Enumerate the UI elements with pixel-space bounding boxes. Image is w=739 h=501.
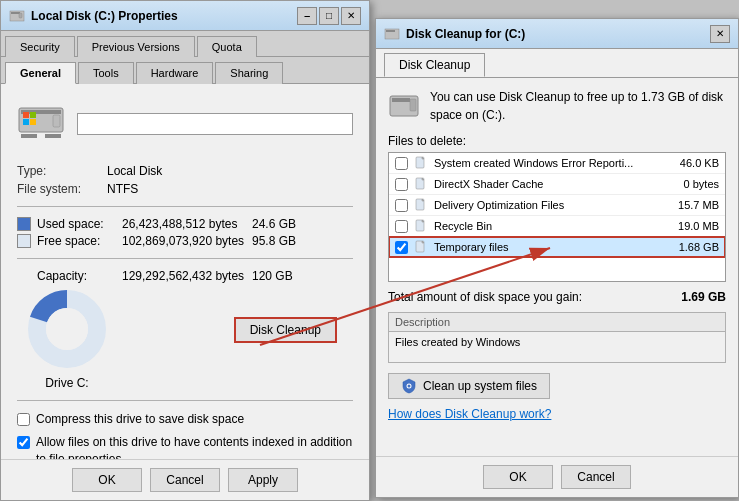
svg-rect-1 — [11, 12, 20, 14]
description-label: Description — [389, 313, 725, 332]
file-size: 1.68 GB — [669, 241, 719, 253]
file-size: 15.7 MB — [669, 199, 719, 211]
file-item[interactable]: System created Windows Error Reporti...4… — [389, 153, 725, 174]
cleanup-footer: OK Cancel — [376, 456, 738, 497]
index-checkbox[interactable] — [17, 436, 30, 449]
capacity-placeholder — [17, 269, 31, 283]
svg-rect-7 — [45, 134, 61, 138]
cleanup-title-left: Disk Cleanup for (C:) — [384, 26, 525, 42]
free-bytes: 102,869,073,920 bytes — [122, 234, 252, 248]
cancel-button[interactable]: Cancel — [150, 468, 220, 492]
cleanup-tab-bar: Disk Cleanup — [376, 49, 738, 78]
file-size: 19.0 MB — [669, 220, 719, 232]
used-gb: 24.6 GB — [252, 217, 296, 231]
divider-2 — [17, 258, 353, 259]
cleanup-header-text: You can use Disk Cleanup to free up to 1… — [430, 88, 726, 124]
files-list: System created Windows Error Reporti...4… — [388, 152, 726, 282]
file-name: DirectX Shader Cache — [434, 178, 663, 190]
free-label: Free space: — [37, 234, 122, 248]
file-checkbox[interactable] — [395, 199, 408, 212]
cleanup-cancel-button[interactable]: Cancel — [561, 465, 631, 489]
maximize-button[interactable]: □ — [319, 7, 339, 25]
file-item[interactable]: Recycle Bin19.0 MB — [389, 216, 725, 237]
cleanup-title-icon — [384, 26, 400, 42]
ok-button[interactable]: OK — [72, 468, 142, 492]
file-icon — [414, 240, 428, 254]
cleanup-header-icon — [388, 90, 420, 122]
used-color-box — [17, 217, 31, 231]
file-item[interactable]: DirectX Shader Cache0 bytes — [389, 174, 725, 195]
svg-rect-16 — [386, 30, 395, 32]
minimize-button[interactable]: ‒ — [297, 7, 317, 25]
capacity-row: Capacity: 129,292,562,432 bytes 120 GB — [17, 269, 353, 283]
cleanup-ok-button[interactable]: OK — [483, 465, 553, 489]
cleanup-header: You can use Disk Cleanup to free up to 1… — [388, 88, 726, 124]
file-checkbox[interactable] — [395, 241, 408, 254]
apply-button[interactable]: Apply — [228, 468, 298, 492]
file-size: 46.0 KB — [669, 157, 719, 169]
svg-rect-6 — [21, 134, 37, 138]
svg-rect-10 — [23, 119, 29, 125]
cleanup-btn-row: Clean up system files — [388, 373, 726, 399]
type-row: Type: Local Disk — [17, 164, 353, 178]
tab-security[interactable]: Security — [5, 36, 75, 57]
tab-sharing[interactable]: Sharing — [215, 62, 283, 84]
svg-rect-18 — [392, 98, 410, 102]
total-value: 1.69 GB — [681, 290, 726, 304]
drive-c-label: Drive C: — [27, 376, 107, 390]
filesystem-label: File system: — [17, 182, 107, 196]
clean-system-button[interactable]: Clean up system files — [388, 373, 550, 399]
properties-footer: OK Cancel Apply — [1, 459, 369, 500]
compress-label: Compress this drive to save disk space — [36, 411, 244, 428]
file-icon — [414, 156, 428, 170]
close-button[interactable]: ✕ — [341, 7, 361, 25]
svg-point-31 — [408, 385, 411, 388]
divider-3 — [17, 400, 353, 401]
drive-name-input[interactable] — [77, 113, 353, 135]
how-link-row: How does Disk Cleanup work? — [388, 407, 726, 421]
donut-chart — [27, 289, 107, 369]
tab-previous-versions[interactable]: Previous Versions — [77, 36, 195, 57]
total-label: Total amount of disk space you gain: — [388, 290, 582, 304]
file-item[interactable]: Temporary files1.68 GB — [389, 237, 725, 257]
tab-tools[interactable]: Tools — [78, 62, 134, 84]
disk-title-icon — [9, 8, 25, 24]
free-gb: 95.8 GB — [252, 234, 296, 248]
svg-rect-19 — [410, 99, 416, 111]
properties-title-bar: Local Disk (C:) Properties ‒ □ ✕ — [1, 1, 369, 31]
tab-general[interactable]: General — [5, 62, 76, 84]
tab-bar-row2: General Tools Hardware Sharing — [1, 57, 369, 84]
tab-bar-row1: Security Previous Versions Quota — [1, 31, 369, 57]
description-text: Files created by Windows — [389, 332, 725, 362]
svg-rect-9 — [30, 112, 36, 118]
properties-title-left: Local Disk (C:) Properties — [9, 8, 178, 24]
how-link[interactable]: How does Disk Cleanup work? — [388, 407, 551, 421]
disk-cleanup-button[interactable]: Disk Cleanup — [234, 317, 337, 343]
svg-rect-2 — [19, 13, 22, 18]
free-color-box — [17, 234, 31, 248]
file-checkbox[interactable] — [395, 178, 408, 191]
file-checkbox[interactable] — [395, 157, 408, 170]
cleanup-tab[interactable]: Disk Cleanup — [384, 53, 485, 77]
filesystem-value: NTFS — [107, 182, 138, 196]
file-icon — [414, 198, 428, 212]
compress-checkbox[interactable] — [17, 413, 30, 426]
file-checkbox[interactable] — [395, 220, 408, 233]
used-bytes: 26,423,488,512 bytes — [122, 217, 252, 231]
capacity-gb: 120 GB — [252, 269, 293, 283]
files-to-delete-label: Files to delete: — [388, 134, 726, 148]
tab-quota[interactable]: Quota — [197, 36, 257, 57]
cleanup-title-buttons: ✕ — [710, 25, 730, 43]
file-name: Recycle Bin — [434, 220, 663, 232]
file-name: System created Windows Error Reporti... — [434, 157, 663, 169]
total-row: Total amount of disk space you gain: 1.6… — [388, 290, 726, 304]
cleanup-close-button[interactable]: ✕ — [710, 25, 730, 43]
divider-1 — [17, 206, 353, 207]
properties-dialog: Local Disk (C:) Properties ‒ □ ✕ Securit… — [0, 0, 370, 501]
description-group: Description Files created by Windows — [388, 312, 726, 363]
drive-header — [17, 96, 353, 152]
properties-content: Type: Local Disk File system: NTFS Used … — [1, 84, 369, 485]
svg-rect-5 — [53, 115, 60, 127]
file-item[interactable]: Delivery Optimization Files15.7 MB — [389, 195, 725, 216]
tab-hardware[interactable]: Hardware — [136, 62, 214, 84]
